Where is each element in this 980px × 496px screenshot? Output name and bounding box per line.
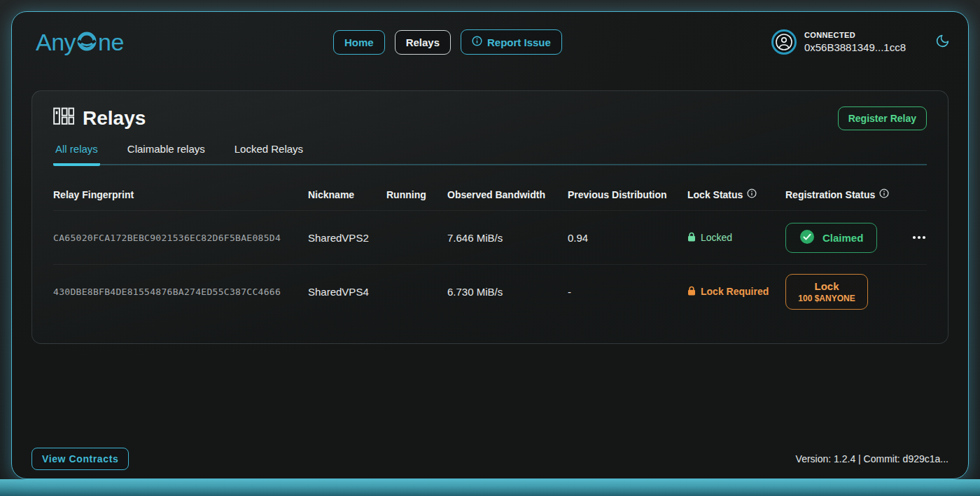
view-contracts-button[interactable]: View Contracts <box>31 448 129 470</box>
claimed-label: Claimed <box>822 232 863 244</box>
lock-status: Lock Required <box>687 286 785 298</box>
previous-distribution: 0.94 <box>568 232 687 244</box>
top-bar: Any ne Home Relays <box>12 12 968 72</box>
wallet-text: CONNECTED 0x56B3881349...1cc8 <box>804 31 906 53</box>
nav-home-button[interactable]: Home <box>333 30 385 55</box>
row-menu-cell <box>911 232 927 243</box>
window-footer: View Contracts Version: 1.2.4 | Commit: … <box>31 448 948 470</box>
wallet-address: 0x56B3881349...1cc8 <box>804 41 906 53</box>
anyone-logo: Any ne <box>36 27 124 57</box>
relay-tabs: All relays Claimable relays Locked Relay… <box>53 143 927 165</box>
wallet-connection[interactable]: CONNECTED 0x56B3881349...1cc8 <box>771 29 906 55</box>
panel-title: Relays <box>53 107 146 130</box>
col-header-lock-status: Lock Status <box>687 188 785 200</box>
padlock-icon <box>687 286 696 298</box>
relay-fingerprint: 430DBE8BFB4DE81554876BA274ED55C387CC4666 <box>53 287 308 297</box>
running-status-dot <box>386 231 447 244</box>
col-header-bandwidth: Observed Bandwidth <box>447 189 568 200</box>
info-circle-icon[interactable] <box>879 188 889 200</box>
registration-status-cell: Lock 100 $ANYONE <box>785 274 911 310</box>
info-circle-icon[interactable] <box>747 188 757 200</box>
ellipsis-icon[interactable] <box>911 232 927 243</box>
theme-toggle-button[interactable] <box>935 34 950 51</box>
running-status-dot <box>386 285 447 298</box>
check-circle-icon <box>799 229 815 247</box>
logo-text-left: Any <box>36 29 76 56</box>
col-header-registration-status: Registration Status <box>785 188 911 200</box>
relay-grid-icon <box>53 107 74 130</box>
lock-button-amount: 100 $ANYONE <box>798 294 855 303</box>
panel-title-label: Relays <box>83 107 146 130</box>
bottom-glow <box>0 479 980 496</box>
col-header-nickname: Nickname <box>308 189 386 200</box>
relay-fingerprint: CA65020FCA172BEBC9021536EC82D6F5BAE085D4 <box>53 233 308 243</box>
nav-relays-button[interactable]: Relays <box>395 30 451 55</box>
wallet-group: CONNECTED 0x56B3881349...1cc8 <box>771 29 950 55</box>
claimed-button[interactable]: Claimed <box>785 223 877 253</box>
logo-text-right: ne <box>98 29 124 56</box>
register-relay-button[interactable]: Register Relay <box>838 106 927 130</box>
table-header-row: Relay Fingerprint Nickname Running Obser… <box>53 165 927 210</box>
lock-status-header-label: Lock Status <box>687 189 743 200</box>
moon-icon <box>935 34 950 51</box>
table-row: 430DBE8BFB4DE81554876BA274ED55C387CC4666… <box>53 264 927 318</box>
registration-status-header-label: Registration Status <box>785 189 875 200</box>
main-nav: Home Relays Report Issue <box>333 29 562 55</box>
panel-header: Relays Register Relay <box>53 106 927 130</box>
lock-relay-button[interactable]: Lock 100 $ANYONE <box>785 274 868 310</box>
relays-panel: Relays Register Relay All relays Claimab… <box>31 90 948 344</box>
relay-nickname: SharedVPS4 <box>308 286 386 298</box>
nav-home-label: Home <box>344 36 374 48</box>
relay-nickname: SharedVPS2 <box>308 232 386 244</box>
table-row: CA65020FCA172BEBC9021536EC82D6F5BAE085D4… <box>53 210 927 264</box>
lock-status-label: Lock Required <box>701 286 769 297</box>
col-header-fingerprint: Relay Fingerprint <box>53 189 308 200</box>
nav-report-issue-button[interactable]: Report Issue <box>461 29 562 55</box>
registration-status-cell: Claimed <box>785 223 911 253</box>
app-window: Any ne Home Relays <box>11 11 969 479</box>
tab-locked-relays[interactable]: Locked Relays <box>232 143 305 164</box>
padlock-icon <box>687 232 696 244</box>
lock-status-label: Locked <box>701 232 732 243</box>
col-header-previous-distribution: Previous Distribution <box>568 189 687 200</box>
nav-report-issue-label: Report Issue <box>487 36 551 48</box>
wallet-status-label: CONNECTED <box>804 31 906 39</box>
tab-all-relays[interactable]: All relays <box>53 143 100 166</box>
user-avatar-icon[interactable] <box>771 29 797 55</box>
previous-distribution: - <box>568 286 687 298</box>
info-circle-icon <box>472 36 482 48</box>
tab-claimable-relays[interactable]: Claimable relays <box>125 143 207 164</box>
lock-button-label: Lock <box>814 280 839 292</box>
observed-bandwidth: 7.646 MiB/s <box>447 232 568 244</box>
col-header-running: Running <box>386 189 447 200</box>
nav-relays-label: Relays <box>406 36 440 48</box>
anyone-ring-icon <box>76 30 97 57</box>
observed-bandwidth: 6.730 MiB/s <box>447 286 568 298</box>
version-text: Version: 1.2.4 | Commit: d929c1a... <box>796 453 948 464</box>
lock-status: Locked <box>687 232 785 244</box>
